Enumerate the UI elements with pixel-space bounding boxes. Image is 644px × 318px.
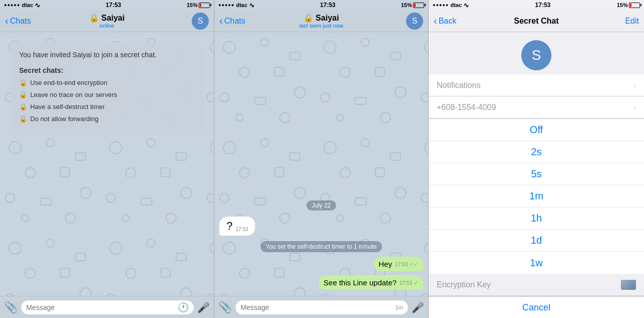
msg-text-question: ? bbox=[226, 220, 232, 233]
msg-text-hey: Hey bbox=[379, 260, 392, 268]
picker-item-1m[interactable]: 1m bbox=[429, 185, 644, 207]
lock-feature-icon-2: 🔒 bbox=[19, 90, 27, 99]
lock-icon-2: 🔒 bbox=[303, 13, 313, 23]
mic-icon-2[interactable]: 🎤 bbox=[412, 301, 424, 313]
feature-2: 🔒 Leave no trace on our servers bbox=[19, 90, 195, 99]
nav-subtitle-2: last seen just now bbox=[299, 23, 343, 29]
back-button-2[interactable]: ‹ Chats bbox=[219, 16, 245, 27]
clock-icon-1: 🕐 bbox=[178, 302, 189, 313]
bg-row-encryption: Encryption Key bbox=[429, 274, 644, 296]
lock-feature-icon-1: 🔒 bbox=[19, 78, 27, 87]
back-label-1[interactable]: Chats bbox=[10, 17, 31, 26]
picker-item-2s[interactable]: 2s bbox=[429, 141, 644, 163]
battery-pct-3: 15% bbox=[617, 2, 628, 8]
message-input-2[interactable] bbox=[240, 303, 395, 311]
chevron-left-icon-2: ‹ bbox=[219, 15, 223, 27]
edit-button[interactable]: Edit bbox=[625, 17, 639, 26]
input-bar-2: 📎 1m 🎤 bbox=[214, 296, 428, 318]
cancel-button[interactable]: Cancel bbox=[429, 296, 644, 318]
attach-icon-1[interactable]: 📎 bbox=[4, 301, 18, 314]
panel-2: ●●●●● dtac ∿ 17:53 15% ‹ Chats 🔒 Saiyai … bbox=[214, 0, 429, 318]
encryption-key-preview bbox=[621, 280, 636, 290]
carrier-1: dtac bbox=[22, 2, 33, 8]
battery-icon-2 bbox=[413, 3, 424, 8]
checkmarks-hey: ✓✓ bbox=[409, 261, 418, 267]
feature-1: 🔒 Use end-to-end encryption bbox=[19, 78, 195, 87]
mic-icon-1[interactable]: 🎤 bbox=[197, 301, 210, 313]
status-bar-2: ●●●●● dtac ∿ 17:53 15% bbox=[214, 0, 428, 10]
battery-icon-3 bbox=[629, 3, 640, 8]
lock-icon-1: 🔒 bbox=[89, 13, 99, 23]
panel-3: ●●●●● dtac ∿ 17:53 15% ‹ Back Secret Cha… bbox=[429, 0, 644, 318]
picker-scroll: Off 2s 5s 1m 1h 1d 1w bbox=[429, 119, 644, 274]
timer-label: 1m bbox=[395, 304, 403, 310]
picker-item-5s[interactable]: 5s bbox=[429, 163, 644, 185]
invite-box: You have invited Saiyai to join a secret… bbox=[10, 42, 204, 135]
msg-time-question: 17:53 bbox=[235, 227, 248, 232]
feature-4: 🔒 Do not allow forwarding bbox=[19, 115, 195, 124]
msg-time-hey: 17:53 ✓✓ bbox=[395, 261, 418, 268]
nav-title-2: 🔒 Saiyai bbox=[299, 13, 343, 23]
chat-bg-2: July 22 ? 17:53 You set the self-destruc… bbox=[214, 32, 428, 296]
bg-row-phone: +608-1554-4009 › bbox=[429, 96, 644, 119]
lock-feature-icon-4: 🔒 bbox=[19, 115, 27, 124]
nav-bar-1: ‹ Chats 🔒 Saiyai online S bbox=[0, 10, 214, 32]
secret-chats-label: Secret chats: bbox=[19, 66, 195, 74]
nav-title-block-2: 🔒 Saiyai last seen just now bbox=[299, 13, 343, 29]
nav-title-3: Secret Chat bbox=[514, 17, 559, 26]
back-button-1[interactable]: ‹ Chats bbox=[5, 16, 31, 27]
bg-row-notifications: Notifications › bbox=[429, 74, 644, 96]
carrier-3: dtac bbox=[450, 2, 462, 8]
msg-time-line: 17:53 ✓ bbox=[399, 280, 418, 286]
checkmarks-line: ✓ bbox=[414, 280, 418, 286]
picker-item-off[interactable]: Off bbox=[429, 119, 644, 141]
msg-text-line: See this Line update? bbox=[324, 278, 396, 287]
status-bar-1: ●●●●● dtac ∿ 17:53 15% bbox=[0, 0, 214, 10]
back-button-3[interactable]: ‹ Back bbox=[434, 16, 456, 27]
battery-icon-1 bbox=[199, 3, 210, 8]
msg-bubble-question: ? 17:53 bbox=[219, 217, 255, 236]
picker-item-1d[interactable]: 1d bbox=[429, 230, 644, 252]
wifi-icon-1: ∿ bbox=[35, 2, 40, 9]
chat-bg-1: You have invited Saiyai to join a secret… bbox=[0, 32, 214, 296]
nav-title-block-3: Secret Chat bbox=[514, 17, 559, 26]
carrier-2: dtac bbox=[236, 2, 248, 8]
back-label-3[interactable]: Back bbox=[439, 17, 457, 26]
time-1: 17:53 bbox=[106, 2, 121, 9]
wifi-icon-3: ∿ bbox=[463, 2, 469, 9]
wifi-icon-2: ∿ bbox=[249, 2, 255, 9]
contact-avatar-large: S bbox=[521, 40, 551, 70]
nav-title-1: 🔒 Saiyai bbox=[89, 13, 124, 23]
avatar-1[interactable]: S bbox=[192, 13, 209, 30]
avatar-2[interactable]: S bbox=[406, 13, 423, 30]
signal-dots-1: ●●●●● bbox=[4, 3, 20, 8]
battery-pct-1: 15% bbox=[187, 2, 198, 8]
nav-bar-3: ‹ Back Secret Chat Edit bbox=[429, 10, 644, 32]
msg-bubble-hey: Hey 17:53 ✓✓ bbox=[374, 257, 424, 271]
feature-3: 🔒 Have a self-destruct timer bbox=[19, 102, 195, 112]
time-3: 17:53 bbox=[535, 2, 551, 9]
input-bar-1: 📎 🕐 🎤 bbox=[0, 296, 214, 318]
status-bar-3: ●●●●● dtac ∿ 17:53 15% bbox=[429, 0, 644, 10]
invite-title: You have invited Saiyai to join a secret… bbox=[19, 50, 195, 60]
panel-1: ●●●●● dtac ∿ 17:53 15% ‹ Chats 🔒 Saiyai … bbox=[0, 0, 214, 318]
nav-subtitle-1: online bbox=[89, 23, 124, 29]
signal-dots-3: ●●●●● bbox=[433, 3, 449, 8]
attach-icon-2[interactable]: 📎 bbox=[218, 301, 232, 314]
picker-item-1h[interactable]: 1h bbox=[429, 207, 644, 230]
chevron-left-icon-3: ‹ bbox=[434, 15, 437, 27]
nav-bar-2: ‹ Chats 🔒 Saiyai last seen just now S bbox=[214, 10, 428, 32]
message-input-wrap-2: 1m bbox=[235, 300, 409, 315]
nav-title-block-1: 🔒 Saiyai online bbox=[89, 13, 124, 29]
chevron-left-icon-1: ‹ bbox=[5, 15, 9, 27]
picker-item-1w[interactable]: 1w bbox=[429, 252, 644, 274]
message-input-wrap-1: 🕐 bbox=[21, 300, 194, 315]
lock-feature-icon-3: 🔒 bbox=[19, 102, 27, 112]
message-input-1[interactable] bbox=[26, 303, 178, 311]
time-2: 17:53 bbox=[320, 2, 336, 9]
battery-pct-2: 15% bbox=[401, 2, 412, 8]
msg-bubble-line: See this Line update? 17:53 ✓ bbox=[318, 275, 423, 290]
picker-full: Notifications › +608-1554-4009 › Off 2s … bbox=[429, 74, 644, 318]
back-label-2[interactable]: Chats bbox=[224, 17, 246, 26]
bg-rows: Notifications › +608-1554-4009 › bbox=[429, 74, 644, 119]
